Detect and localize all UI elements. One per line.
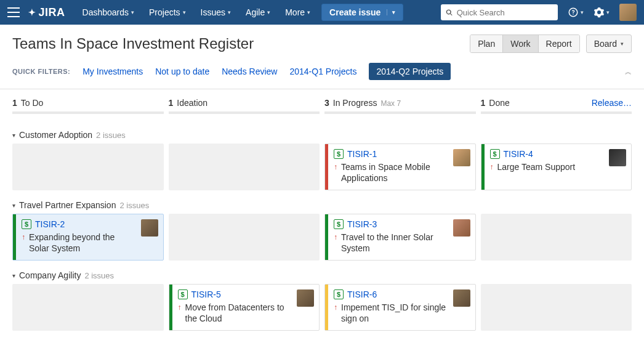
user-avatar[interactable] [619, 4, 637, 21]
assignee-avatar[interactable] [453, 289, 470, 307]
menu-icon[interactable] [7, 7, 20, 17]
column-in-progress: 3In ProgressMax 7 [324, 98, 476, 120]
issue-card[interactable]: $TISIR-2↑Expanding beyond the Solar Syst… [12, 214, 164, 261]
assignee-avatar[interactable] [141, 219, 158, 237]
issue-key[interactable]: TISIR-1 [347, 149, 377, 159]
column-bar [169, 111, 320, 114]
column-done: 1DoneRelease… [481, 98, 632, 120]
view-work[interactable]: Work [503, 35, 538, 52]
issue-key[interactable]: TISIR-2 [35, 219, 65, 229]
column-count: 3 [324, 98, 329, 108]
issue-key[interactable]: TISIR-4 [504, 149, 533, 159]
chevron-down-icon: ▾ [183, 9, 186, 15]
issue-type-icon: $ [490, 149, 500, 159]
issue-type-icon: $ [334, 289, 344, 299]
assignee-avatar[interactable] [453, 149, 470, 166]
chevron-down-icon[interactable]: ▾ [387, 9, 395, 15]
filter-2014-q1-projects[interactable]: 2014-Q1 Projects [289, 67, 356, 76]
priority-stripe [169, 285, 172, 330]
empty-cell[interactable] [12, 144, 164, 190]
jira-logo-icon: ✦ [28, 7, 36, 17]
column-name: In Progress [333, 98, 377, 108]
nav-item-label: Dashboards [83, 7, 129, 17]
issue-type-icon: $ [334, 149, 344, 159]
release-link[interactable]: Release… [592, 98, 632, 108]
chevron-down-icon: ▾ [581, 9, 584, 15]
quick-search[interactable] [441, 4, 558, 20]
board: 1To Do1Ideation3In ProgressMax 71DoneRel… [0, 89, 644, 339]
board-menu-button[interactable]: Board ▾ [586, 34, 632, 53]
chevron-down-icon: ▾ [12, 202, 15, 209]
swimlane-count: 2 issues [119, 201, 149, 210]
swimlane-header[interactable]: ▾Customer Adoption2 issues [12, 130, 632, 140]
column-name: To Do [21, 98, 44, 108]
collapse-filters-icon[interactable]: ︽ [625, 67, 632, 76]
column-count: 1 [12, 98, 17, 108]
nav-item-projects[interactable]: Projects▾ [143, 4, 192, 21]
create-issue-button[interactable]: Create issue ▾ [321, 4, 403, 21]
column-bar [12, 111, 164, 114]
empty-cell[interactable] [481, 284, 632, 331]
issue-card[interactable]: $TISIR-4↑Large Team Support [481, 144, 632, 190]
jira-logo-text: JIRA [39, 6, 65, 19]
nav-item-issues[interactable]: Issues▾ [195, 4, 237, 21]
issue-card[interactable]: $TISIR-5↑Move from Datacenters to the Cl… [169, 284, 320, 331]
issue-key[interactable]: TISIR-5 [191, 289, 221, 299]
filter-not-up-to-date[interactable]: Not up to date [155, 67, 209, 76]
priority-arrow-icon: ↑ [178, 302, 182, 313]
priority-stripe [325, 144, 328, 190]
view-switcher: PlanWorkReport [470, 34, 579, 53]
priority-arrow-icon: ↑ [334, 302, 337, 313]
page-header: Teams In Space Investment Register PlanW… [0, 25, 644, 59]
jira-logo[interactable]: ✦ JIRA [28, 6, 65, 19]
column-bar [324, 111, 476, 114]
swimlane-header[interactable]: ▾Travel Partner Expansion2 issues [12, 200, 632, 210]
nav-items: Dashboards▾Projects▾Issues▾Agile▾More▾ [76, 4, 317, 21]
swimlane-header[interactable]: ▾Company Agility2 issues [12, 270, 632, 280]
search-input[interactable] [457, 8, 553, 17]
chevron-down-icon: ▾ [606, 9, 610, 15]
help-button[interactable]: ▾ [568, 7, 584, 18]
issue-card[interactable]: $TISIR-3↑Travel to the Inner Solar Syste… [324, 214, 476, 261]
issue-card[interactable]: $TISIR-6↑Impement TIS_ID for single sign… [324, 284, 476, 331]
assignee-avatar[interactable] [453, 219, 470, 237]
view-plan[interactable]: Plan [470, 35, 503, 52]
swimlane-name: Customer Adoption [19, 130, 92, 140]
page-title: Teams In Space Investment Register [12, 35, 464, 52]
assignee-avatar[interactable] [609, 149, 626, 166]
view-report[interactable]: Report [539, 35, 579, 52]
nav-item-dashboards[interactable]: Dashboards▾ [76, 4, 141, 21]
swimlane-row: $TISIR-1↑Teams in Space Mobile Applicati… [12, 144, 632, 190]
priority-stripe [481, 144, 485, 190]
swimlane-row: $TISIR-2↑Expanding beyond the Solar Syst… [12, 214, 632, 261]
priority-arrow-icon: ↑ [334, 232, 337, 243]
settings-button[interactable]: ▾ [594, 7, 610, 18]
empty-cell[interactable] [12, 284, 164, 331]
issue-card[interactable]: $TISIR-1↑Teams in Space Mobile Applicati… [324, 144, 476, 190]
chevron-down-icon: ▾ [12, 272, 15, 279]
swimlane-count: 2 issues [96, 131, 126, 140]
issue-type-icon: $ [22, 219, 31, 229]
issue-summary: Impement TIS_ID for single sign on [341, 302, 448, 324]
issue-key[interactable]: TISIR-6 [347, 289, 377, 299]
filter-needs-review[interactable]: Needs Review [222, 67, 277, 76]
issue-type-icon: $ [334, 219, 344, 229]
chevron-down-icon: ▾ [267, 9, 270, 15]
quick-filters-label: QUICK FILTERS: [12, 68, 70, 75]
issue-key[interactable]: TISIR-3 [347, 219, 377, 229]
nav-item-more[interactable]: More▾ [279, 4, 316, 21]
issue-summary: Large Team Support [497, 161, 576, 172]
filter-2014-q2-projects[interactable]: 2014-Q2 Projects [369, 63, 451, 80]
filter-my-investments[interactable]: My Investments [83, 67, 143, 76]
search-icon [446, 9, 453, 17]
empty-cell[interactable] [169, 214, 320, 261]
empty-cell[interactable] [481, 214, 632, 261]
issue-summary: Travel to the Inner Solar System [341, 232, 448, 254]
column-to-do: 1To Do [12, 98, 164, 120]
nav-item-agile[interactable]: Agile▾ [239, 4, 276, 21]
create-issue-label: Create issue [329, 7, 380, 17]
issue-type-icon: $ [178, 289, 188, 299]
empty-cell[interactable] [169, 144, 320, 190]
priority-arrow-icon: ↑ [334, 161, 337, 172]
assignee-avatar[interactable] [297, 289, 314, 307]
